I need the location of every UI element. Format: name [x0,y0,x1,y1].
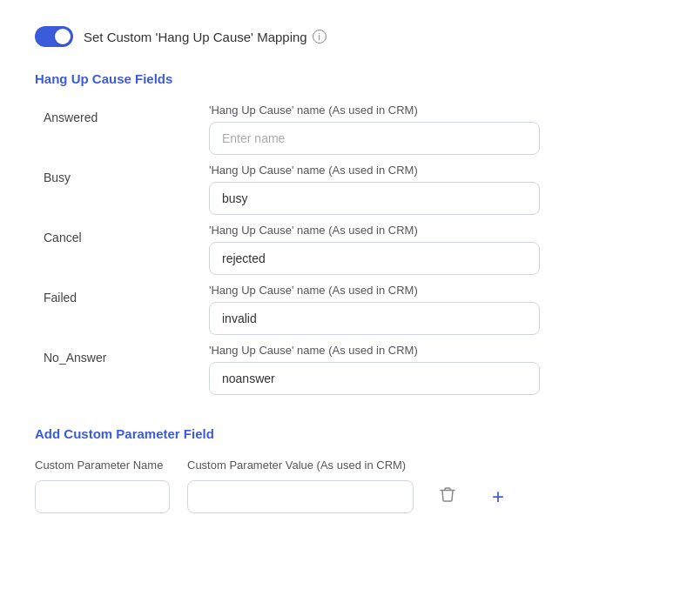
field-input-group-failed: 'Hang Up Cause' name (As used in CRM) [209,284,645,335]
field-label-failed: Failed [35,284,209,305]
add-custom-param-button[interactable]: + [481,480,515,513]
field-row-answered: Answered 'Hang Up Cause' name (As used i… [35,104,645,155]
field-row-cancel: Cancel 'Hang Up Cause' name (As used in … [35,224,645,275]
crm-label-cancel: 'Hang Up Cause' name (As used in CRM) [209,224,645,237]
hang-up-cause-input-no-answer[interactable] [209,362,540,395]
delete-custom-param-button[interactable] [431,480,464,513]
field-input-group-no-answer: 'Hang Up Cause' name (As used in CRM) [209,344,645,395]
toggle-thumb [55,29,71,44]
custom-param-name-input[interactable] [35,480,170,513]
hang-up-cause-input-failed[interactable] [209,302,540,335]
hang-up-cause-input-cancel[interactable] [209,242,540,275]
toggle-track [35,26,73,47]
field-input-group-busy: 'Hang Up Cause' name (As used in CRM) [209,164,645,215]
toggle-row: Set Custom 'Hang Up Cause' Mapping i [35,26,645,47]
crm-label-busy: 'Hang Up Cause' name (As used in CRM) [209,164,645,177]
field-label-no-answer: No_Answer [35,344,209,365]
field-input-group-answered: 'Hang Up Cause' name (As used in CRM) [209,104,645,155]
field-label-cancel: Cancel [35,224,209,244]
info-icon[interactable]: i [313,30,327,44]
hang-up-fields-title: Hang Up Cause Fields [35,71,645,86]
hang-up-cause-input-busy[interactable] [209,182,540,215]
toggle-label: Set Custom 'Hang Up Cause' Mapping i [84,30,327,44]
custom-param-name-col-label: Custom Parameter Name [35,459,170,472]
hang-up-fields-section: Hang Up Cause Fields Answered 'Hang Up C… [35,71,645,395]
field-row-no-answer: No_Answer 'Hang Up Cause' name (As used … [35,344,645,395]
field-label-busy: Busy [35,164,209,184]
crm-label-no-answer: 'Hang Up Cause' name (As used in CRM) [209,344,645,357]
hang-up-cause-toggle[interactable] [35,26,73,47]
custom-param-value-col-label: Custom Parameter Value (As used in CRM) [187,459,414,472]
trash-icon [440,486,455,508]
field-label-answered: Answered [35,104,209,124]
custom-param-section: Add Custom Parameter Field Custom Parame… [35,426,645,513]
custom-param-value-input[interactable] [187,480,414,513]
custom-param-title: Add Custom Parameter Field [35,426,645,441]
toggle-label-text: Set Custom 'Hang Up Cause' Mapping [84,30,307,44]
field-input-group-cancel: 'Hang Up Cause' name (As used in CRM) [209,224,645,275]
plus-icon: + [492,486,504,507]
custom-param-row: + [35,480,645,513]
hang-up-cause-input-answered[interactable] [209,122,540,155]
field-row-failed: Failed 'Hang Up Cause' name (As used in … [35,284,645,335]
field-row-busy: Busy 'Hang Up Cause' name (As used in CR… [35,164,645,215]
custom-param-header: Custom Parameter Name Custom Parameter V… [35,459,645,472]
crm-label-answered: 'Hang Up Cause' name (As used in CRM) [209,104,645,117]
crm-label-failed: 'Hang Up Cause' name (As used in CRM) [209,284,645,297]
